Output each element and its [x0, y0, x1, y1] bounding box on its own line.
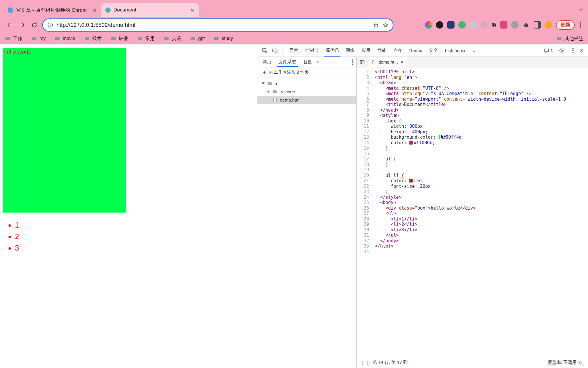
code-token: ul li { — [375, 173, 404, 178]
bookmark-item[interactable]: 工作 — [5, 36, 22, 42]
extension-translate-icon[interactable] — [500, 21, 507, 29]
side-panel-icon[interactable] — [534, 21, 541, 29]
bookmark-label: movie — [63, 36, 75, 41]
folder-icon — [137, 36, 143, 42]
sidebar-menu-icon[interactable] — [350, 58, 355, 66]
tree-label: demo.html — [280, 97, 300, 102]
bookmark-label: 破浪 — [119, 36, 128, 42]
code-token: .box { — [375, 118, 401, 124]
code-token: width: — [375, 124, 409, 129]
extension-circle-icon[interactable] — [511, 21, 519, 29]
code-line: <html lang="en"> — [375, 75, 588, 80]
tree-item[interactable]: .vscode — [257, 87, 356, 96]
url-text[interactable]: http://127.0.0.1:5502/demo.html — [56, 22, 370, 28]
extensions-puzzle-icon[interactable] — [522, 21, 530, 29]
code-token — [375, 216, 391, 222]
extension-orange-icon[interactable] — [545, 21, 552, 29]
address-bar[interactable]: http://127.0.0.1:5502/demo.html — [43, 19, 393, 31]
devtools-menu-icon[interactable] — [571, 47, 575, 55]
extension-grid-icon[interactable] — [470, 21, 477, 29]
extension-si-icon[interactable]: $i — [492, 21, 496, 29]
chevron-down-icon[interactable] — [261, 82, 265, 84]
code-token: <li> — [391, 216, 401, 222]
devtools-tab[interactable]: 安全 — [425, 44, 441, 57]
line-number: 1 — [357, 69, 369, 75]
devtools-tab[interactable]: 元素 — [286, 44, 302, 57]
color-swatch[interactable] — [409, 179, 413, 183]
extension-shield-icon[interactable] — [447, 21, 455, 29]
color-swatch[interactable] — [409, 141, 413, 145]
issues-icon[interactable]: 1 — [544, 48, 553, 54]
bookmark-item[interactable]: my — [31, 36, 46, 42]
line-number: 15 — [357, 145, 369, 151]
bookmark-item[interactable]: 常用 — [137, 36, 155, 42]
new-tab-button[interactable]: + — [202, 5, 212, 15]
devtools-tab[interactable]: Lighthouse — [441, 44, 470, 57]
pretty-print-icon[interactable]: { } — [361, 360, 369, 365]
bookmark-item[interactable]: movie — [54, 36, 75, 42]
bookmark-label: 工作 — [13, 36, 22, 42]
sources-tab[interactable]: 文件系统 — [275, 57, 300, 67]
back-button[interactable] — [4, 19, 15, 31]
inspect-icon[interactable] — [260, 46, 270, 55]
reload-button[interactable] — [29, 19, 40, 31]
editor-tab-close-icon[interactable]: × — [400, 59, 404, 65]
bookmark-item[interactable]: 破浪 — [111, 36, 128, 42]
forward-button[interactable] — [16, 19, 28, 31]
devtools-tab[interactable]: 应用 — [358, 44, 374, 57]
browser-tab[interactable]: 写文章 - 两个相见恨晚的 Chrom× — [4, 3, 101, 17]
extension-pinwheel-icon[interactable] — [425, 21, 432, 29]
issues-count: 1 — [551, 48, 553, 53]
devtools-tab[interactable]: 性能 — [374, 44, 390, 57]
share-icon[interactable] — [373, 22, 379, 28]
devtools-tab[interactable]: 网络 — [342, 44, 358, 57]
color-swatch[interactable] — [439, 135, 442, 139]
devtools-close-icon[interactable]: × — [579, 47, 584, 54]
code-pane[interactable]: <!DOCTYPE html><html lang="en"> <head> <… — [372, 67, 588, 357]
code-token — [476, 91, 478, 96]
bookmark-item[interactable]: 技术 — [84, 36, 102, 42]
line-number: 30 — [357, 227, 369, 233]
devtools-tab[interactable]: 内存 — [390, 44, 406, 57]
other-bookmarks[interactable]: 其他书签 — [556, 36, 583, 42]
folder-icon — [213, 36, 219, 42]
devtools-tab[interactable]: 控制台 — [302, 44, 322, 57]
extension-dot-icon[interactable] — [436, 21, 443, 29]
add-folder-button[interactable]: + 向工作区添加文件夹 — [257, 67, 356, 77]
extension-faded-icon[interactable] — [481, 21, 488, 29]
bookmark-item[interactable]: study — [213, 36, 233, 42]
browser-tab[interactable]: Document× — [101, 3, 199, 17]
cursor-position: 第 14 行, 第 17 列 — [373, 360, 407, 365]
bookmarks-bar: 工作mymovie技术破浪常用英语gptstudy 其他书签 — [0, 33, 588, 44]
sources-tab[interactable]: 网页 — [259, 57, 275, 67]
line-number: 8 — [357, 107, 369, 113]
toggle-navigator-icon[interactable] — [357, 57, 368, 67]
editor-tab[interactable]: demo.ht... × — [368, 57, 407, 67]
bookmark-star-icon[interactable] — [382, 22, 389, 28]
extension-chat-icon[interactable] — [458, 21, 466, 29]
tab-close-icon[interactable]: × — [92, 7, 97, 13]
tab-close-icon[interactable]: × — [190, 7, 195, 13]
bookmark-item[interactable]: 英语 — [163, 36, 181, 42]
sources-tab[interactable]: 替换 — [300, 57, 315, 67]
update-button[interactable]: 更新 — [556, 20, 575, 30]
bookmark-item[interactable]: gpt — [190, 36, 205, 42]
more-panels-icon[interactable]: » — [471, 48, 478, 54]
tree-item[interactable]: demo.html — [257, 96, 356, 104]
code-token: #ff006b — [414, 140, 432, 145]
browser-menu-icon[interactable] — [579, 21, 583, 29]
code-editor[interactable]: 1234567891011121314151617181920212223242… — [357, 67, 588, 357]
site-info-icon[interactable] — [47, 22, 54, 28]
device-toolbar-icon[interactable] — [270, 46, 280, 55]
chevron-right-icon[interactable] — [267, 90, 270, 93]
tab-search-chevron-icon[interactable] — [578, 7, 584, 13]
code-token: <style> — [380, 113, 399, 118]
code-line: <li>2</li> — [375, 222, 588, 227]
more-sources-tabs-icon[interactable]: » — [315, 59, 320, 65]
settings-gear-icon[interactable] — [557, 46, 567, 55]
devtools-tab[interactable]: 源代码 — [322, 44, 342, 57]
code-token — [375, 86, 385, 91]
devtools-tab[interactable]: Redux — [406, 44, 425, 57]
tree-item[interactable]: a — [257, 79, 356, 87]
code-line: <meta charset="UTF-8" /> — [375, 86, 588, 91]
